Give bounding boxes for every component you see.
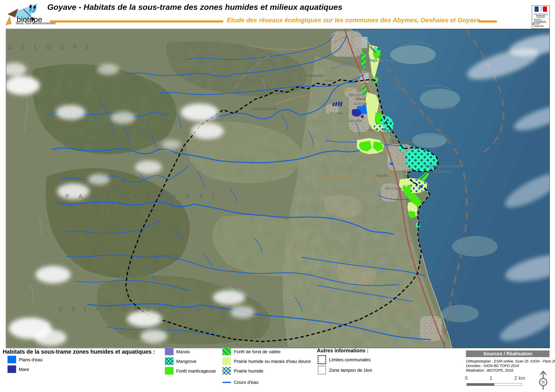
sources-line: Orthophotoplan : ESRI online, Scan 25 :©… — [466, 359, 555, 363]
place-label-goyave: GOYAVE — [390, 139, 415, 144]
page-title: Goyave - Habitats de la sous-trame des z… — [47, 2, 342, 12]
deal-bars-icon — [533, 19, 534, 29]
region-label: D E L O U P E — [8, 44, 93, 50]
brand-tagline: faune, flore & environnement — [16, 21, 55, 25]
legend-label: Prairie humide — [234, 368, 263, 374]
north-label: N — [541, 380, 545, 385]
legend-label: Forêt marécageuse — [176, 368, 216, 374]
legend-swatch-marais — [165, 348, 174, 355]
legend-label: Marais — [176, 349, 190, 354]
north-arrow: N — [536, 370, 550, 391]
logo-orange-triangle — [5, 16, 12, 25]
scale-tick-2: 2 — [514, 375, 517, 381]
sources-header: Sources / Réalisation — [466, 350, 549, 357]
place-label: Forêt Sarcelle — [252, 107, 277, 111]
legend-label: Plans d'eau — [19, 357, 43, 362]
water-label: à Goyave — [435, 169, 453, 173]
plan-eau-port — [390, 163, 394, 165]
ministry-region: GUADELOUPE — [534, 26, 549, 27]
region-label: D E L A G U A D E L O U P E — [58, 306, 229, 312]
legend-label: Mare — [19, 367, 29, 372]
bar-red — [533, 23, 533, 26]
place-label: Douville — [329, 111, 343, 115]
legend-title: Habitats de la sous-trame zones humides … — [3, 349, 155, 355]
subtitle-rule-left — [50, 20, 223, 22]
legend-swatch-tampon — [318, 366, 326, 375]
ministry-direction: Direction de l'Environnement, de l'Aména… — [534, 19, 549, 25]
place-label: Viard — [355, 97, 365, 101]
place-label: Aiguille — [377, 173, 388, 178]
place-label: Crapaudière — [305, 73, 324, 77]
place-label: Ste-Claire — [385, 186, 402, 190]
legend-swatch-mangrove — [165, 357, 174, 365]
legend-swatch-prairie-humide — [222, 367, 231, 375]
legend-label: Prairie humide ou marais d'eau douce — [234, 359, 311, 364]
water-label: Îlet St-Hilaire — [435, 105, 456, 109]
place-label: Juston — [324, 78, 334, 83]
water-label: Caye Martinique — [421, 133, 448, 137]
water-label: Îlet Yonka — [390, 86, 406, 90]
legend-label: Cours d'eau — [234, 380, 258, 385]
legend-swatch-mare — [7, 365, 16, 373]
scale-bar — [467, 383, 522, 386]
legend-label: Mangrove — [176, 359, 197, 364]
legend-swatch-foret-marecageuse — [165, 367, 174, 375]
legend-swatch-fond-vallee — [222, 348, 231, 355]
map-sheet: biotope faune, flore & environnement Goy… — [0, 0, 555, 392]
water-label: Caye Porto-Rico — [396, 38, 423, 43]
legend-swatch-plans-eau — [7, 356, 16, 363]
legend-label: Zone tampon de 1km — [329, 368, 372, 373]
legend-label: Forêt de fond de vallée — [234, 349, 281, 354]
place-label: Morne à Gomme — [369, 128, 395, 132]
sources-line: Réalisation : BIOTOPE, 2016. — [466, 368, 514, 372]
ministry-motto: Liberté • Égalité • Fraternité — [534, 13, 548, 15]
map-canvas: D E L O U P E P A R C N A T I O N A L D … — [6, 29, 550, 348]
water-label: Pointe de la Rivière — [425, 164, 462, 168]
legend-label: Limites communales — [329, 357, 371, 362]
ministry-republic: RÉPUBLIQUE FRANÇAISE — [532, 15, 549, 19]
water-label: Plage de Viard — [367, 58, 395, 62]
map-svg: D E L O U P E P A R C N A T I O N A L D … — [6, 29, 549, 348]
legend-other-title: Autres informations : — [317, 348, 368, 354]
scale-bar-dark-half — [467, 383, 494, 385]
place-label: Blonzac — [349, 93, 362, 97]
scale-tick-0: 0 — [465, 375, 467, 381]
place-label: Sarcelle — [348, 119, 362, 123]
region-label: P A R C N A T I O N A L — [65, 193, 220, 200]
legend-swatch-limites — [318, 355, 326, 364]
ministry-logo: Liberté • Égalité • Fraternité RÉPUBLIQU… — [532, 5, 550, 29]
subtitle-rule-right — [479, 20, 497, 22]
legend-swatch-cours-eau — [222, 382, 231, 383]
legend-swatch-prairie-marais — [222, 357, 231, 365]
sources-line: Données : ©IGN BD TOPO 2014 — [466, 364, 519, 368]
page-subtitle: Etude des réseaux écologiques sur les co… — [227, 16, 480, 24]
flag-red — [543, 7, 547, 12]
scale-tick-1: 1 — [489, 375, 492, 381]
scale-unit: km — [518, 375, 525, 381]
scale-bar-light-half — [494, 383, 522, 385]
place-label: la Rose — [354, 102, 367, 106]
french-flag — [535, 7, 547, 12]
mare-small — [361, 115, 364, 118]
flag-blue — [535, 7, 539, 12]
